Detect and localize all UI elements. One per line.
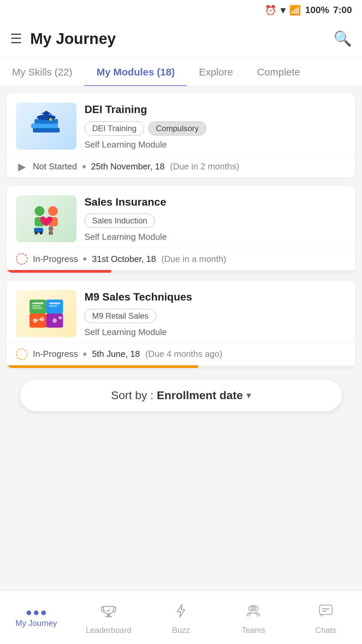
svg-point-8 bbox=[35, 206, 44, 216]
tab-complete[interactable]: Complete bbox=[245, 57, 312, 87]
tag-sales-induction: Sales Induction bbox=[84, 214, 155, 228]
svg-point-27 bbox=[33, 318, 37, 323]
card-body-1: DEI Training DEI Training Compulsory Sel… bbox=[7, 93, 355, 155]
tab-explore[interactable]: Explore bbox=[187, 57, 245, 87]
sort-bar[interactable]: Sort by : Enrollment date ▾ bbox=[20, 379, 342, 411]
due-3: (Due 4 months ago) bbox=[145, 349, 223, 359]
status-label-2: In-Progress bbox=[33, 254, 78, 264]
date-2: 31st October, 18 bbox=[92, 254, 156, 264]
modules-list: DEI Training DEI Training Compulsory Sel… bbox=[0, 87, 362, 468]
card-footer-2: In-Progress 31st October, 18 (Due in a m… bbox=[7, 248, 355, 270]
svg-rect-25 bbox=[49, 303, 60, 304]
tag-m9-retail: M9 Retail Sales bbox=[84, 309, 156, 323]
svg-rect-6 bbox=[50, 114, 51, 119]
menu-icon[interactable]: ☰ bbox=[10, 32, 22, 45]
svg-rect-39 bbox=[322, 611, 327, 612]
bolt-icon bbox=[173, 603, 189, 622]
nav-item-chats[interactable]: Chats bbox=[290, 591, 362, 644]
nav-label-buzz: Buzz bbox=[172, 626, 190, 635]
module-title-2: Sales Insurance bbox=[84, 195, 346, 209]
my-journey-icon bbox=[26, 610, 46, 615]
chevron-down-icon: ▾ bbox=[246, 390, 251, 401]
sort-value: Enrollment date bbox=[157, 389, 243, 402]
module-tags-2: Sales Induction bbox=[84, 214, 346, 228]
svg-rect-23 bbox=[32, 305, 41, 307]
card-footer-3: In-Progress 5th June, 18 (Due 4 months a… bbox=[7, 343, 355, 365]
svg-rect-22 bbox=[32, 303, 43, 304]
nav-item-teams[interactable]: Teams bbox=[217, 591, 290, 644]
card-body-3: M9 Sales Techniques M9 Retail Sales Self… bbox=[7, 281, 355, 343]
nav-label-leaderboard: Leaderboard bbox=[86, 626, 131, 635]
people-icon bbox=[246, 603, 261, 622]
svg-point-13 bbox=[35, 231, 38, 234]
tab-my-skills[interactable]: My Skills (22) bbox=[0, 57, 84, 87]
nav-item-my-journey[interactable]: My Journey bbox=[0, 591, 72, 644]
tag-dei-training: DEI Training bbox=[84, 121, 144, 136]
progress-icon-2 bbox=[16, 253, 27, 265]
time-text: 7:00 bbox=[333, 5, 352, 15]
progress-icon-3 bbox=[16, 348, 27, 360]
progress-bar-2 bbox=[7, 270, 355, 273]
module-tags-1: DEI Training Compulsory bbox=[84, 121, 346, 136]
svg-point-10 bbox=[48, 206, 58, 216]
svg-point-7 bbox=[49, 118, 52, 121]
due-1: (Due in 2 months) bbox=[170, 161, 239, 172]
module-title-3: M9 Sales Techniques bbox=[84, 290, 346, 304]
nav-label-teams: Teams bbox=[242, 626, 265, 635]
search-icon[interactable]: 🔍 bbox=[334, 30, 352, 47]
card-footer-1: ▶ Not Started 25th November, 18 (Due in … bbox=[7, 155, 355, 178]
card-body-2: Sales Insurance Sales Induction Self Lea… bbox=[7, 186, 355, 248]
module-card-2[interactable]: Sales Insurance Sales Induction Self Lea… bbox=[7, 186, 355, 273]
svg-rect-38 bbox=[322, 608, 329, 609]
module-info-2: Sales Insurance Sales Induction Self Lea… bbox=[84, 195, 346, 243]
module-info-1: DEI Training DEI Training Compulsory Sel… bbox=[84, 103, 346, 150]
module-tags-3: M9 Retail Sales bbox=[84, 309, 346, 323]
svg-marker-5 bbox=[41, 111, 52, 114]
progress-bar-3 bbox=[7, 365, 355, 368]
progress-fill-2 bbox=[7, 270, 111, 273]
chat-icon bbox=[318, 603, 334, 622]
header: ☰ My Journey 🔍 bbox=[0, 20, 362, 57]
svg-rect-33 bbox=[105, 616, 112, 617]
date-3: 5th June, 18 bbox=[92, 349, 140, 359]
separator-2 bbox=[83, 257, 86, 261]
svg-rect-26 bbox=[49, 305, 57, 307]
svg-rect-1 bbox=[31, 123, 58, 128]
svg-rect-16 bbox=[49, 231, 53, 235]
page-title: My Journey bbox=[30, 30, 334, 48]
wifi-icon: ▾ bbox=[281, 5, 285, 16]
nav-item-buzz[interactable]: Buzz bbox=[145, 591, 217, 644]
tab-my-modules[interactable]: My Modules (18) bbox=[84, 57, 187, 87]
tag-compulsory: Compulsory bbox=[148, 121, 206, 136]
module-thumbnail-1 bbox=[16, 103, 76, 150]
nav-item-leaderboard[interactable]: Leaderboard bbox=[72, 591, 145, 644]
status-label-3: In-Progress bbox=[33, 349, 78, 359]
svg-rect-37 bbox=[319, 605, 332, 614]
status-bar: ⏰ ▾ 📶 100% 7:00 bbox=[0, 0, 362, 20]
module-title-1: DEI Training bbox=[84, 103, 346, 117]
trophy-icon bbox=[101, 603, 116, 622]
bottom-nav: My Journey Leaderboard Buzz bbox=[0, 590, 362, 644]
nav-label-chats: Chats bbox=[315, 626, 337, 635]
svg-point-31 bbox=[59, 316, 62, 320]
separator-1 bbox=[82, 165, 86, 168]
svg-point-28 bbox=[40, 317, 44, 321]
svg-rect-32 bbox=[107, 614, 110, 616]
svg-point-30 bbox=[52, 318, 57, 323]
alarm-icon: ⏰ bbox=[265, 5, 277, 16]
due-2: (Due in a month) bbox=[161, 254, 226, 264]
separator-3 bbox=[83, 353, 86, 356]
date-1: 25th November, 18 bbox=[91, 161, 165, 172]
module-type-2: Self Learning Module bbox=[84, 232, 346, 242]
module-info-3: M9 Sales Techniques M9 Retail Sales Self… bbox=[84, 290, 346, 337]
svg-point-15 bbox=[48, 226, 53, 231]
play-icon-1: ▶ bbox=[16, 161, 27, 172]
sort-label: Sort by : bbox=[111, 389, 154, 402]
module-card-1[interactable]: DEI Training DEI Training Compulsory Sel… bbox=[7, 93, 355, 178]
nav-label-my-journey: My Journey bbox=[15, 619, 57, 628]
svg-point-14 bbox=[40, 231, 43, 234]
battery-text: 100% bbox=[305, 5, 329, 15]
module-thumbnail-3 bbox=[16, 290, 76, 337]
status-icons: ⏰ ▾ 📶 100% 7:00 bbox=[265, 5, 352, 16]
module-card-3[interactable]: M9 Sales Techniques M9 Retail Sales Self… bbox=[7, 281, 355, 368]
